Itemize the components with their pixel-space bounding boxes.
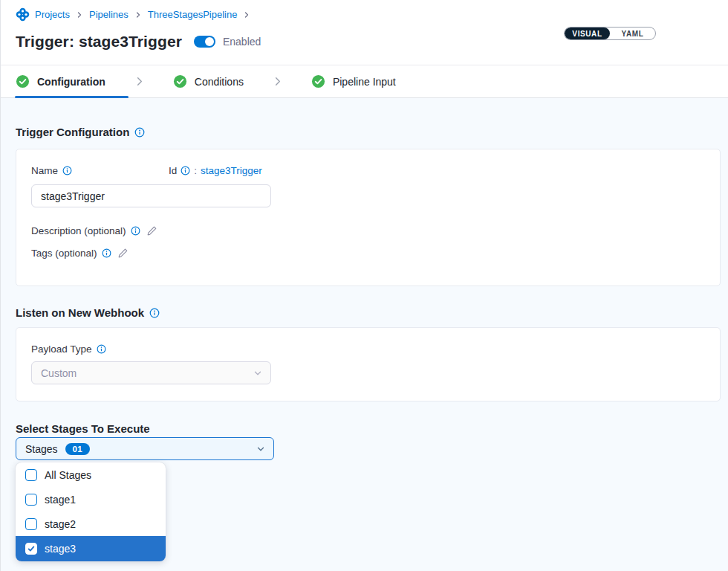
section-title: Select Stages To Execute bbox=[16, 422, 150, 435]
chevron-right-icon bbox=[134, 10, 143, 19]
tab-configuration[interactable]: Configuration bbox=[16, 74, 105, 88]
checkbox-unchecked-icon[interactable] bbox=[25, 518, 37, 530]
stages-select-label: Stages bbox=[25, 443, 58, 455]
stage-option-all-stages[interactable]: All Stages bbox=[16, 462, 166, 487]
chevron-down-icon bbox=[253, 368, 263, 378]
info-icon[interactable] bbox=[149, 308, 160, 318]
name-field-label-row: Name bbox=[31, 165, 705, 176]
info-icon[interactable] bbox=[131, 226, 140, 236]
chevron-down-icon bbox=[256, 444, 266, 454]
tab-label: Conditions bbox=[195, 76, 244, 88]
id-label: Id bbox=[169, 165, 177, 176]
check-circle-icon bbox=[173, 74, 187, 88]
check-circle-icon bbox=[311, 74, 325, 88]
checkbox-checked-icon[interactable] bbox=[25, 543, 37, 555]
info-icon[interactable] bbox=[102, 248, 111, 258]
stage-option-stage3[interactable]: stage3 bbox=[16, 536, 166, 561]
tab-conditions[interactable]: Conditions bbox=[173, 74, 244, 88]
section-title: Trigger Configuration bbox=[16, 126, 129, 138]
wizard-tabbar: Configuration Conditions Pipeline Input bbox=[1, 65, 728, 98]
visual-mode-button[interactable]: VISUAL bbox=[565, 28, 610, 39]
harness-project-logo-icon bbox=[16, 7, 30, 22]
breadcrumb-link-pipelines[interactable]: Pipelines bbox=[89, 9, 129, 20]
breadcrumb-link-projects[interactable]: Projects bbox=[35, 9, 70, 20]
chevron-right-icon bbox=[134, 76, 145, 87]
description-label-row: Description (optional) bbox=[31, 225, 140, 236]
webhook-card: Payload Type Custom bbox=[16, 327, 721, 401]
payload-type-label-row: Payload Type bbox=[31, 343, 705, 355]
edit-tags-pencil-icon[interactable] bbox=[117, 248, 129, 259]
option-label: stage2 bbox=[45, 518, 76, 530]
payload-type-select[interactable]: Custom bbox=[31, 361, 271, 384]
page-header: Projects Pipelines ThreeStagesPipeline T… bbox=[1, 0, 728, 65]
checkbox-unchecked-icon[interactable] bbox=[25, 494, 37, 506]
tab-label: Pipeline Input bbox=[333, 76, 396, 88]
trigger-name-input[interactable] bbox=[31, 184, 271, 207]
stages-dropdown-menu: All Stages stage1 stage2 stage3 bbox=[16, 462, 166, 561]
option-label: All Stages bbox=[45, 469, 91, 481]
description-label: Description (optional) bbox=[31, 225, 126, 236]
info-icon[interactable] bbox=[62, 166, 72, 175]
breadcrumb-link-pipeline-name[interactable]: ThreeStagesPipeline bbox=[148, 9, 238, 20]
payload-type-label: Payload Type bbox=[31, 343, 92, 355]
breadcrumb: Projects Pipelines ThreeStagesPipeline bbox=[16, 7, 251, 22]
chevron-right-icon bbox=[242, 10, 251, 19]
trigger-configuration-card: Name Id : stage3Trigger Description (opt… bbox=[16, 149, 721, 286]
info-icon[interactable] bbox=[134, 127, 145, 138]
payload-type-value: Custom bbox=[41, 367, 77, 379]
id-value[interactable]: stage3Trigger bbox=[201, 165, 262, 176]
stage-option-stage1[interactable]: stage1 bbox=[16, 487, 166, 512]
tags-label-row: Tags (optional) bbox=[31, 248, 111, 259]
tags-label: Tags (optional) bbox=[31, 248, 97, 259]
stages-multiselect[interactable]: Stages 01 bbox=[16, 437, 274, 460]
page-title: Trigger: stage3Trigger bbox=[16, 33, 182, 51]
info-icon[interactable] bbox=[97, 344, 106, 354]
enabled-toggle[interactable] bbox=[194, 36, 215, 48]
section-title: Listen on New Webhook bbox=[16, 306, 144, 319]
selected-count-badge: 01 bbox=[65, 443, 90, 455]
edit-description-pencil-icon[interactable] bbox=[146, 225, 157, 236]
yaml-mode-button[interactable]: YAML bbox=[610, 28, 655, 39]
check-circle-icon bbox=[16, 74, 30, 88]
tab-pipeline-input[interactable]: Pipeline Input bbox=[311, 74, 396, 88]
visual-yaml-toggle[interactable]: VISUAL YAML bbox=[564, 27, 656, 40]
info-icon[interactable] bbox=[181, 166, 190, 175]
enabled-toggle-label: Enabled bbox=[223, 36, 261, 48]
stage-option-stage2[interactable]: stage2 bbox=[16, 512, 166, 536]
chevron-right-icon bbox=[75, 10, 84, 19]
id-colon: : bbox=[194, 165, 197, 176]
chevron-right-icon bbox=[272, 76, 283, 87]
name-label: Name bbox=[31, 165, 58, 176]
option-label: stage1 bbox=[45, 494, 76, 506]
main-content: Trigger Configuration Name Id : stage3Tr… bbox=[1, 98, 728, 571]
checkbox-unchecked-icon[interactable] bbox=[25, 469, 37, 481]
tab-label: Configuration bbox=[37, 76, 105, 88]
option-label: stage3 bbox=[45, 543, 76, 555]
